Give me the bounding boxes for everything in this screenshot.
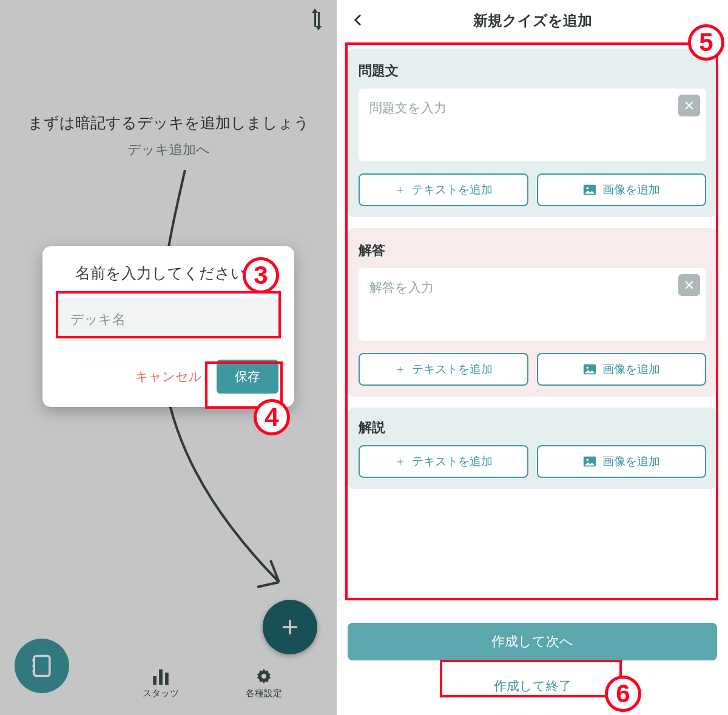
empty-sub-link[interactable]: デッキ追加へ	[0, 141, 337, 159]
badge-4: 4	[254, 399, 290, 435]
library-fab[interactable]	[15, 639, 69, 693]
highlight-5	[345, 42, 718, 600]
page-header: 新規クイズを追加	[337, 0, 728, 41]
badge-6: 6	[605, 676, 641, 712]
highlight-3	[56, 291, 281, 338]
back-icon[interactable]	[350, 11, 366, 29]
highlight-6	[440, 660, 622, 697]
page-title: 新規クイズを追加	[473, 11, 592, 30]
create-next-button[interactable]: 作成して次へ	[348, 623, 717, 660]
gear-icon	[254, 667, 274, 685]
badge-5: 5	[688, 24, 724, 61]
nav-settings[interactable]: 各種設定	[246, 667, 282, 699]
svg-rect-3	[165, 673, 169, 685]
plus-icon	[279, 616, 301, 638]
add-deck-fab[interactable]	[263, 600, 317, 654]
left-screen: まずは暗記するデッキを追加しましょう デッキ追加へ スタッツ 各種設定 名前を入…	[0, 0, 337, 715]
cancel-button[interactable]: キャンセル	[135, 368, 202, 385]
nav-settings-label: 各種設定	[246, 688, 282, 699]
sort-icon[interactable]	[314, 12, 320, 27]
nav-stats[interactable]: スタッツ	[143, 667, 179, 699]
svg-rect-2	[159, 670, 163, 685]
empty-heading: まずは暗記するデッキを追加しましょう	[0, 113, 337, 133]
svg-point-5	[261, 674, 266, 679]
right-screen: 新規クイズを追加 問題文 ＋ テキストを追加 画像を追加	[337, 0, 728, 715]
svg-rect-1	[153, 676, 157, 685]
bar-chart-icon	[150, 667, 171, 685]
badge-3: 3	[243, 257, 279, 294]
book-icon	[29, 653, 55, 679]
svg-rect-0	[34, 656, 50, 676]
nav-stats-label: スタッツ	[143, 688, 179, 699]
